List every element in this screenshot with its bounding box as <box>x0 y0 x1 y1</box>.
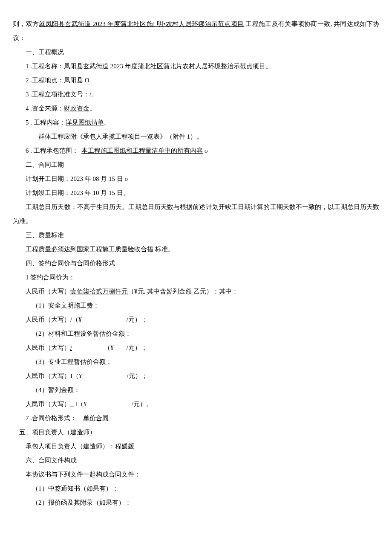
s1-group-note: 群体工程应附《承包人承揽工程项目一览表》（附件 1）。 <box>13 130 379 144</box>
s4-sub4-label: （4）暂列金额： <box>13 383 379 397</box>
s4-price-label: 1 签约合同价为： <box>13 270 379 285</box>
s1-item-1: 1 .工程名称：凤阳县玄武街道 2023 年度蒲北社区蒲北片农村人居环境整治示范… <box>13 59 379 73</box>
s4-sub1-line: 人民币（大写）/（¥ /元）； <box>13 313 379 327</box>
s1-item-6: 6 . 工程承包范围： 本工程施工图纸和工程量清单中的所有内容 o <box>13 144 379 158</box>
s1-item-4: 4 .资金来源：财政资金。 <box>13 102 379 116</box>
preamble-pre: 则，双方 <box>13 20 39 27</box>
s4-item-7: 7 .合同价格形式： 单价合同 <box>13 411 379 425</box>
section5-title: 五、项目负责人（建造师） <box>13 425 379 439</box>
s4-sub1-label: （1）安全文明施工费： <box>13 299 379 313</box>
section3-title: 三、质量标准 <box>13 228 379 242</box>
preamble-project: 就凤阳县玄武街道 2023 年度蒲北社区施! 明•农村人居环娜治示范点项目 <box>39 20 244 27</box>
section4-title: 四、签约合同价与合同价格形式 <box>13 256 379 270</box>
s6-intro: 本协议书与下列文件一起构成合同文件： <box>13 468 379 482</box>
s1-item-5: 5 . 工程内容：详见图纸清单。 <box>13 116 379 130</box>
s2-days: 工期总日历天数：不高于生日历天。工期总日历天数与根据前述计划开竣工日期计算的工期… <box>13 200 379 228</box>
s4-sub2-line: 人民币（大写）/ （¥ /元）； <box>13 341 379 355</box>
section6-title: 六、合同文件构成 <box>13 453 379 468</box>
preamble-paragraph: 则，双方就凤阳县玄武街道 2023 年度蒲北社区施! 明•农村人居环娜治示范点项… <box>13 17 379 45</box>
section2-title: 二、合同工期 <box>13 158 379 172</box>
s3-text: 工程质量必须达到国家工程施工质量验收合搐 标准。 <box>13 242 379 256</box>
section1-title: 一、工程概况 <box>13 45 379 59</box>
s5-line: 承包人项目负责人（建造师）：程媛媛 <box>13 439 379 453</box>
s4-sub3-label: （3）专业工程暂估价金额： <box>13 355 379 369</box>
s4-sub4-line: 人民币（大写）_ I（¥ /元）。 <box>13 397 379 411</box>
s6-item-2: （2）报价函及其附录（如果有）： <box>13 496 379 510</box>
s4-sub2-label: （2）材料和工程设备暂估价金额： <box>13 327 379 341</box>
s6-item-1: （1）中签通知书（如果有）； <box>13 482 379 496</box>
s4-sub3-line: 人民币（大写）I（¥ /元）； <box>13 369 379 383</box>
s1-item-2: 2 .工程地点：凤阳县 O <box>13 73 379 87</box>
s4-price-line: 人民币（大写）壹佰柒拾贰万捌仟元（¥元, 其中含暂列金额 乙元）；其中： <box>13 285 379 299</box>
s2-start: 计划开工日期：2023 年 08 月 15 日 o <box>13 172 379 186</box>
s2-end: 计划竣工日期：2023 年 10 月 15 日。 <box>13 186 379 200</box>
s1-item-3: 3 .工程立项批准文号：/。 <box>13 87 379 102</box>
